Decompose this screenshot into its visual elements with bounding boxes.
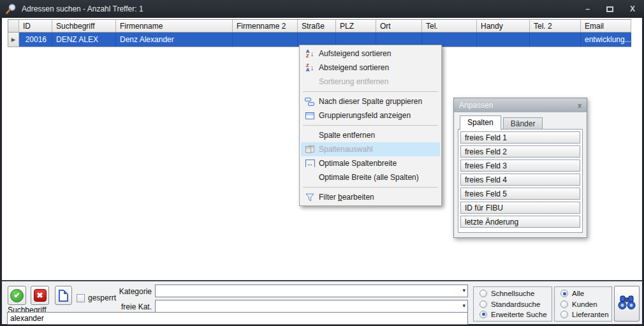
minimize-icon[interactable]: – [585,5,590,13]
scope-groupbox: Alle Kunden Lieferanten [554,286,612,322]
cell-suchbegriff[interactable]: DENZ ALEX [52,33,116,47]
radio-alle[interactable]: Alle [560,290,611,297]
tab-spalten[interactable]: Spalten [460,115,501,130]
menu-item-remove-sorting: Sortierung entfernen [301,75,440,89]
cell-tel2[interactable] [530,33,581,47]
menu-item-best-fit-column[interactable]: Optimale Spaltenbreite [301,156,440,170]
maximize-icon[interactable] [606,6,613,12]
panel-close-icon[interactable]: x [578,101,582,109]
menu-item-column-chooser: Spaltenauswahl [301,142,440,156]
freie-kat-label: freie Kat. [94,302,152,311]
app-window: Adressen suchen - Anzahl Treffer: 1 – X … [0,0,644,326]
best-fit-icon [301,159,319,167]
column-header-ort[interactable]: Ort [376,19,422,33]
column-header-handy[interactable]: Handy [477,19,530,33]
client-area: ID Suchbegriff Firmenname Firmenname 2 S… [2,18,642,324]
menu-item-show-group-panel[interactable]: Gruppierungsfeld anzeigen [301,108,440,122]
kategorie-combobox[interactable]: ▾ [155,285,468,297]
menu-item-filter-edit[interactable]: Filter bearbeiten [301,190,440,204]
cell-handy[interactable] [477,33,530,47]
check-icon: ✔ [10,289,24,302]
kategorie-label: Kategorie [94,287,152,296]
customization-panel: Anpassen x Spalten Bänder freies Feld 1 … [453,98,587,238]
window-title: Adressen suchen - Anzahl Treffer: 1 [22,4,143,13]
suchbegriff-input[interactable] [7,312,468,325]
radio-icon[interactable] [479,290,487,297]
chevron-down-icon[interactable]: ▾ [462,287,465,293]
radio-kunden[interactable]: Kunden [560,300,611,308]
column-header-strasse[interactable]: Straße [298,19,336,33]
binoculars-icon [617,295,636,313]
menu-item-remove-column[interactable]: Spalte entfernen [301,128,440,142]
customization-tabs: Spalten Bänder [460,115,543,130]
radio-icon[interactable] [560,311,568,318]
field-item-freies-feld-2[interactable]: freies Feld 2 [460,145,580,158]
cell-email[interactable]: entwicklung... [581,33,631,47]
column-header-firmenname[interactable]: Firmenname [116,19,233,33]
cell-firmenname2[interactable] [233,33,298,47]
customization-field-list: freies Feld 1 freies Feld 2 freies Feld … [458,129,583,233]
customization-panel-titlebar: Anpassen x [454,98,587,112]
menu-separator [303,125,438,126]
window-controls: – X [585,0,635,18]
row-indicator-arrow-icon: ▸ [11,34,16,44]
sort-ascending-icon: AZ↓ [301,49,319,58]
menu-separator [303,187,438,188]
cell-id[interactable]: 20016 [19,33,52,47]
radio-icon[interactable] [560,300,568,308]
radio-erweiterte-suche[interactable]: Erweiterte Suche [479,311,552,318]
new-document-icon [59,290,68,302]
field-item-freies-feld-1[interactable]: freies Feld 1 [460,131,580,144]
column-header-id[interactable]: ID [19,19,52,33]
close-icon[interactable]: X [630,5,635,13]
row-indicator-header [8,19,19,33]
menu-item-sort-ascending[interactable]: AZ↓ Aufsteigend sortieren [301,47,440,61]
field-item-freies-feld-4[interactable]: freies Feld 4 [460,174,580,186]
field-item-freies-feld-3[interactable]: freies Feld 3 [460,159,580,172]
chevron-down-icon[interactable]: ▾ [462,302,465,309]
field-item-id-fuer-fibu[interactable]: ID für FIBU [460,202,580,214]
new-document-button[interactable] [55,286,72,305]
grid-header-row: ID Suchbegriff Firmenname Firmenname 2 S… [8,19,631,33]
magnifier-icon [5,3,17,15]
address-grid: ID Suchbegriff Firmenname Firmenname 2 S… [8,19,631,47]
radio-lieferanten[interactable]: Lieferanten [560,311,611,318]
field-item-letzte-aenderung[interactable]: letzte Änderung [460,216,580,228]
confirm-button[interactable]: ✔ [8,286,26,305]
row-indicator-cell: ▸ [8,33,19,47]
freie-kat-combobox[interactable]: ▾ [155,300,468,313]
cell-firmenname[interactable]: Denz Alexander [116,33,233,47]
customization-panel-title: Anpassen [459,101,493,110]
search-mode-groupbox: Schnellsuche Standardsuche Erweiterte Su… [473,286,552,322]
menu-item-group-by-column[interactable]: Nach dieser Spalte gruppieren [301,94,440,108]
column-header-tel[interactable]: Tel. [422,19,477,33]
column-header-firmenname2[interactable]: Firmenname 2 [233,19,298,33]
group-by-icon [301,98,319,106]
gesperrt-checkbox[interactable] [77,294,85,302]
radio-selected-icon[interactable] [560,290,568,297]
title-bar: Adressen suchen - Anzahl Treffer: 1 – X [0,0,644,18]
column-chooser-icon [301,145,319,154]
filter-icon [301,193,319,202]
column-header-suchbegriff[interactable]: Suchbegriff [52,19,116,33]
search-toolbar: ✔ ✖ gesperrt Kategorie freie Kat. ▾ ▾ Su… [2,280,642,324]
radio-selected-icon[interactable] [479,311,487,318]
cancel-icon: ✖ [34,289,47,302]
cancel-button[interactable]: ✖ [31,286,49,305]
column-context-menu: AZ↓ Aufsteigend sortieren ZA↓ Absteigend… [299,45,442,206]
radio-icon[interactable] [479,300,487,308]
radio-schnellsuche[interactable]: Schnellsuche [479,290,552,297]
search-button[interactable] [614,286,640,322]
tab-baender[interactable]: Bänder [503,117,543,130]
column-header-plz[interactable]: PLZ [336,19,376,33]
column-header-tel2[interactable]: Tel. 2 [530,19,581,33]
menu-item-sort-descending[interactable]: ZA↓ Absteigend sortieren [301,61,440,75]
group-panel-icon [301,112,319,119]
field-item-freies-feld-5[interactable]: freies Feld 5 [460,188,580,200]
menu-separator [303,91,438,92]
column-header-email[interactable]: Email [581,19,631,33]
menu-item-best-fit-all-columns[interactable]: Optimale Breite (alle Spalten) [301,170,440,184]
sort-descending-icon: ZA↓ [301,63,319,72]
radio-standardsuche[interactable]: Standardsuche [479,300,552,308]
